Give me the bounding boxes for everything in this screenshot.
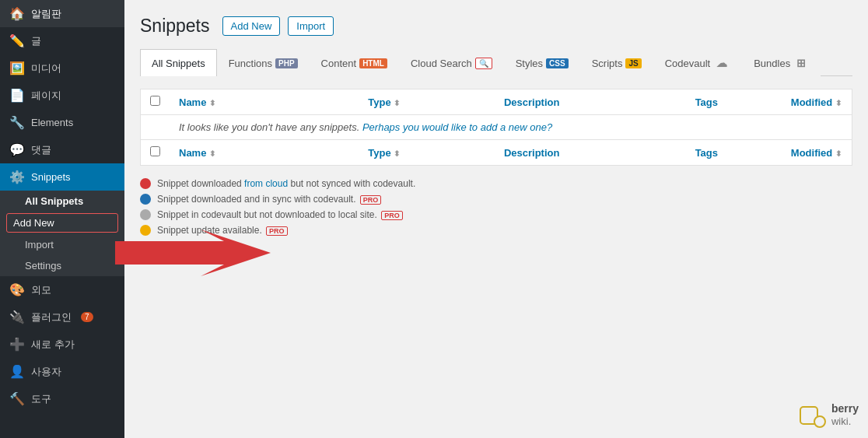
tab-cloud-search[interactable]: Cloud Search 🔍 <box>399 49 504 76</box>
sidebar-item-label: 플러그인 <box>31 310 72 324</box>
th-description: Description <box>495 89 686 115</box>
legend-text-synced: Snippet downloaded and in sync with code… <box>157 194 381 205</box>
th-type-bottom[interactable]: Type ⬍ <box>359 140 495 166</box>
page-header: Snippets Add New Import <box>140 16 852 37</box>
tab-content[interactable]: Content HTML <box>310 49 399 76</box>
sidebar-item-tools[interactable]: 🔨 도구 <box>0 385 124 412</box>
php-badge: PHP <box>275 58 298 68</box>
css-badge: CSS <box>546 58 569 68</box>
sidebar-item-label: 글 <box>31 34 41 48</box>
sidebar-item-label: 외모 <box>31 283 51 297</box>
tab-styles[interactable]: Styles CSS <box>504 49 580 76</box>
sidebar-item-snippets[interactable]: ⚙️ Snippets <box>0 163 124 191</box>
pro-badge-not-downloaded: PRO <box>381 211 403 220</box>
select-all-checkbox-bottom[interactable] <box>150 146 160 156</box>
tab-label: Codevault <box>665 58 711 69</box>
legend-dot-red <box>140 178 151 189</box>
name-sort-icon: ⬍ <box>209 99 215 107</box>
sidebar-item-label: Elements <box>31 117 73 128</box>
legend-text-not-synced: Snippet downloaded from cloud but not sy… <box>157 178 415 189</box>
th-type[interactable]: Type ⬍ <box>359 89 495 115</box>
users-icon: 👤 <box>9 364 25 379</box>
sidebar-item-label: Snippets <box>31 171 71 183</box>
submenu-all-snippets[interactable]: All Snippets <box>0 191 124 212</box>
submenu-import[interactable]: Import <box>0 234 124 255</box>
watermark-text: berrywiki. <box>831 402 859 427</box>
sidebar-item-label: 미디어 <box>31 61 61 75</box>
import-button[interactable]: Import <box>288 16 334 36</box>
tabs-bar: All Snippets Functions PHP Content HTML … <box>140 49 852 76</box>
submenu-add-new[interactable]: Add New <box>6 213 118 233</box>
plugins-badge: 7 <box>81 312 93 322</box>
tab-bundles[interactable]: Bundles ⊞ <box>742 49 821 76</box>
snippets-icon: ⚙️ <box>9 170 25 184</box>
bundles-icon: ⊞ <box>793 56 809 70</box>
add-new-button[interactable]: Add New <box>222 16 281 36</box>
sidebar-item-label: 페이지 <box>31 89 61 103</box>
name-sort-icon-bottom: ⬍ <box>209 149 215 158</box>
tab-scripts[interactable]: Scripts JS <box>580 49 653 76</box>
page-title: Snippets <box>140 16 210 37</box>
sidebar-item-comments[interactable]: 💬 댓글 <box>0 136 124 163</box>
table-footer-row: Name ⬍ Type ⬍ Description Tags Modified … <box>141 140 852 166</box>
empty-checkbox-cell <box>141 115 170 140</box>
empty-message-cell: It looks like you don't have any snippet… <box>170 115 852 140</box>
tab-codevault[interactable]: Codevault ☁ <box>653 49 743 76</box>
th-name[interactable]: Name ⬍ <box>170 89 359 115</box>
sidebar-item-posts[interactable]: ✏️ 글 <box>0 27 124 54</box>
snippets-table: Name ⬍ Type ⬍ Description Tags Modified … <box>140 89 852 166</box>
sidebar-item-dashboard[interactable]: 🏠 알림판 <box>0 0 124 27</box>
sidebar-item-label: 알림판 <box>31 7 61 21</box>
sidebar-item-label: 댓글 <box>31 143 51 157</box>
appearance-icon: 🎨 <box>9 282 25 297</box>
sidebar-item-pages[interactable]: 📄 페이지 <box>0 82 124 109</box>
legend-dot-gray <box>140 209 151 220</box>
comments-icon: 💬 <box>9 142 25 157</box>
legend: Snippet downloaded from cloud but not sy… <box>140 178 852 236</box>
submenu-settings[interactable]: Settings <box>0 255 124 276</box>
type-sort-icon: ⬍ <box>394 99 400 107</box>
th-description-bottom: Description <box>495 140 686 166</box>
th-tags-bottom: Tags <box>686 140 782 166</box>
sidebar-item-elements[interactable]: 🔧 Elements <box>0 109 124 136</box>
tab-label: Cloud Search <box>411 58 472 69</box>
html-badge: HTML <box>359 58 387 68</box>
svg-point-2 <box>814 416 825 427</box>
th-tags: Tags <box>686 89 782 115</box>
sidebar-item-new[interactable]: ➕ 새로 추가 <box>0 331 124 358</box>
pro-badge-update: PRO <box>266 226 288 236</box>
checkbox-header <box>141 89 170 115</box>
sidebar-item-appearance[interactable]: 🎨 외모 <box>0 276 124 303</box>
legend-synced: Snippet downloaded and in sync with code… <box>140 194 852 205</box>
tools-icon: 🔨 <box>9 391 25 406</box>
legend-dot-blue <box>140 194 151 205</box>
type-sort-icon-bottom: ⬍ <box>394 149 400 158</box>
pages-icon: 📄 <box>9 88 25 103</box>
empty-add-link[interactable]: Perhaps you would like to add a new one? <box>362 121 552 133</box>
sidebar-item-plugins[interactable]: 🔌 플러그인 7 <box>0 303 124 331</box>
modified-sort-icon-bottom: ⬍ <box>835 149 842 158</box>
posts-icon: ✏️ <box>9 33 25 48</box>
sidebar-item-users[interactable]: 👤 사용자 <box>0 358 124 385</box>
tab-functions[interactable]: Functions PHP <box>217 49 310 76</box>
sidebar-item-label: 사용자 <box>31 365 61 379</box>
th-modified-bottom[interactable]: Modified ⬍ <box>782 140 852 166</box>
select-all-checkbox[interactable] <box>150 96 160 106</box>
js-badge: JS <box>625 58 641 68</box>
tab-label: Scripts <box>592 58 623 69</box>
th-name-bottom[interactable]: Name ⬍ <box>170 140 359 166</box>
cloud-search-badge: 🔍 <box>475 58 492 69</box>
empty-message-text: It looks like you don't have any snippet… <box>179 121 359 133</box>
tab-label: Functions <box>229 58 272 69</box>
sidebar-item-media[interactable]: 🖼️ 미디어 <box>0 54 124 82</box>
dashboard-icon: 🏠 <box>9 6 25 21</box>
th-modified[interactable]: Modified ⬍ <box>782 89 852 115</box>
media-icon: 🖼️ <box>9 61 25 75</box>
pro-badge-synced: PRO <box>360 195 382 205</box>
legend-link-cloud[interactable]: from cloud <box>244 178 288 189</box>
sidebar-item-label: 도구 <box>31 392 51 406</box>
legend-not-downloaded: Snippet in codevault but not downloaded … <box>140 209 852 220</box>
tab-all-snippets[interactable]: All Snippets <box>140 49 217 76</box>
new-icon: ➕ <box>9 337 25 352</box>
modified-sort-icon: ⬍ <box>835 99 842 107</box>
